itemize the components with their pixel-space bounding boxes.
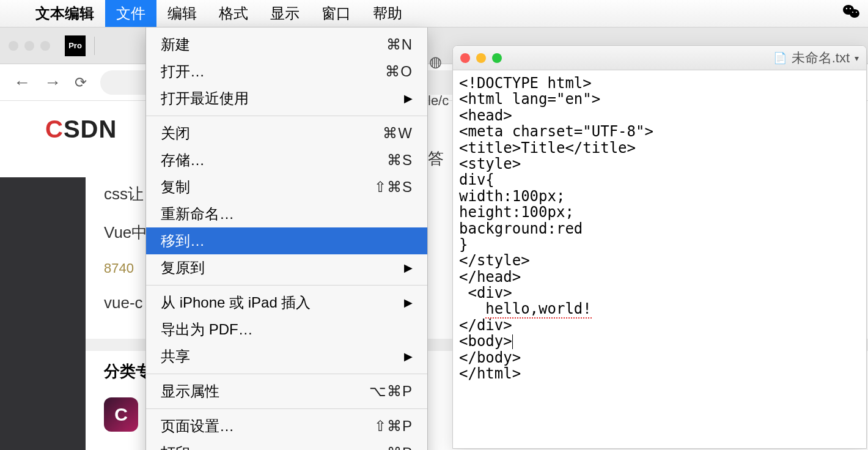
list-item[interactable]: css让 [104, 183, 147, 205]
menu-item[interactable]: 移到… [146, 227, 427, 254]
menu-item[interactable]: 存储…⌘S [146, 147, 427, 174]
minimize-button[interactable] [476, 53, 486, 63]
textedit-window: 📄 未命名.txt ▾ <!DOCTYPE html> <html lang="… [452, 45, 867, 449]
svg-point-1 [850, 9, 859, 18]
zoom-button[interactable] [492, 53, 502, 63]
textedit-traffic-lights[interactable] [460, 53, 502, 63]
menu-item[interactable]: 导出为 PDF… [146, 316, 427, 343]
window-title: 📄 未命名.txt ▾ [773, 49, 859, 67]
answer-fragment: 答 [428, 148, 444, 169]
menu-item[interactable]: 显示属性⌥⌘P [146, 378, 427, 405]
submenu-arrow-icon: ▶ [404, 350, 413, 363]
address-fragment: le/c [428, 93, 449, 109]
menu-item[interactable]: 复原到▶ [146, 254, 427, 281]
system-menubar: 文本编辑 文件 编辑 格式 显示 窗口 帮助 [0, 0, 868, 28]
close-button[interactable] [460, 53, 470, 63]
menu-item[interactable]: 新建⌘N [146, 31, 427, 58]
menu-item[interactable]: 打开最近使用▶ [146, 85, 427, 112]
menu-separator [146, 285, 427, 286]
menu-item[interactable]: 共享▶ [146, 343, 427, 370]
document-icon: 📄 [773, 51, 787, 65]
wechat-icon[interactable] [842, 4, 861, 23]
svg-point-2 [846, 8, 847, 9]
category-heading: 分类专 [104, 361, 152, 382]
dropdown-chevron-icon[interactable]: ▾ [855, 53, 859, 63]
menu-separator [146, 374, 427, 374]
submenu-arrow-icon: ▶ [404, 261, 413, 275]
forward-button[interactable]: → [44, 73, 61, 92]
back-button[interactable]: ← [13, 73, 31, 92]
svg-point-4 [852, 12, 853, 13]
menu-item[interactable]: 从 iPhone 或 iPad 插入▶ [146, 289, 427, 316]
category-icon[interactable]: C [104, 397, 138, 432]
menu-help[interactable]: 帮助 [362, 0, 413, 27]
pro-badge: Pro [65, 35, 86, 56]
submenu-arrow-icon: ▶ [404, 296, 413, 309]
menu-view[interactable]: 显示 [259, 0, 311, 27]
browser-traffic-lights[interactable] [9, 41, 50, 51]
submenu-arrow-icon: ▶ [404, 92, 413, 105]
app-name[interactable]: 文本编辑 [24, 0, 105, 27]
menu-format[interactable]: 格式 [208, 0, 259, 27]
content-list: css让 Vue中 8740 vue-c [104, 183, 147, 330]
globe-icon: ◍ [429, 53, 442, 70]
menu-separator [146, 408, 427, 409]
editor-text-area[interactable]: <!DOCTYPE html> <html lang="en"> <head> … [453, 70, 866, 448]
reload-button[interactable]: ⟳ [75, 74, 87, 91]
file-menu-dropdown: 新建⌘N打开…⌘O打开最近使用▶关闭⌘W存储…⌘S复制⇧⌘S重新命名…移到…复原… [145, 28, 428, 450]
svg-point-5 [856, 12, 857, 13]
document-title: 未命名.txt [792, 49, 850, 67]
sidebar-dark-panel [0, 177, 86, 450]
menu-edit[interactable]: 编辑 [156, 0, 208, 27]
menu-item[interactable]: 打开…⌘O [146, 58, 427, 85]
menu-item[interactable]: 页面设置…⇧⌘P [146, 413, 427, 440]
menu-file[interactable]: 文件 [105, 0, 156, 27]
list-count: 8740 [104, 260, 147, 276]
menu-separator [146, 116, 427, 116]
menu-window[interactable]: 窗口 [311, 0, 362, 27]
svg-point-3 [850, 8, 851, 9]
menu-item[interactable]: 复制⇧⌘S [146, 174, 427, 201]
list-item[interactable]: Vue中 [104, 222, 147, 243]
tab-separator [94, 37, 95, 55]
menu-item[interactable]: 重新命名… [146, 201, 427, 227]
menu-item[interactable]: 关闭⌘W [146, 120, 427, 147]
textedit-titlebar[interactable]: 📄 未命名.txt ▾ [453, 46, 866, 70]
list-item[interactable]: vue-c [104, 293, 147, 312]
menu-item[interactable]: 打印…⌘P [146, 440, 427, 450]
